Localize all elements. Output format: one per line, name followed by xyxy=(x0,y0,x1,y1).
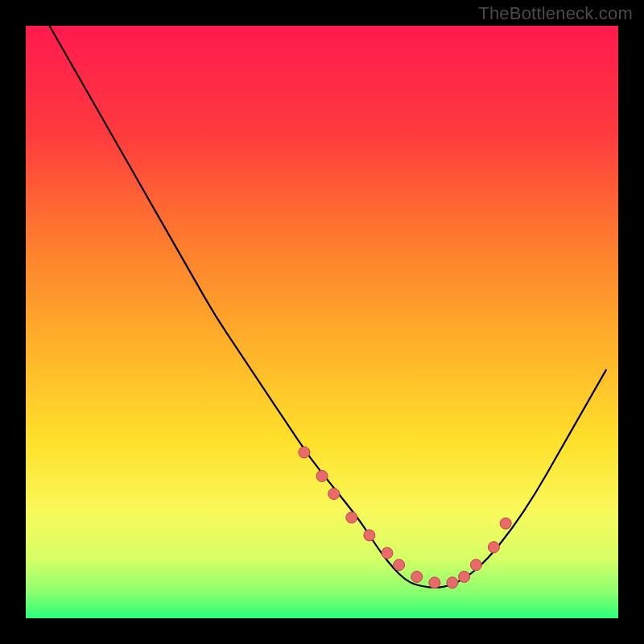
chart-frame: TheBottleneck.com xyxy=(0,0,644,644)
valley-dot xyxy=(394,559,405,571)
valley-dot xyxy=(488,542,499,553)
valley-dot xyxy=(382,547,393,559)
valley-dot xyxy=(346,512,357,523)
valley-dot xyxy=(364,530,375,541)
valley-dot xyxy=(299,447,310,458)
valley-dot xyxy=(411,571,423,582)
plot-area xyxy=(26,26,618,618)
valley-dot xyxy=(470,559,481,571)
gradient-background xyxy=(26,26,618,618)
chart-svg xyxy=(26,26,618,618)
valley-dot xyxy=(447,577,458,588)
valley-dot xyxy=(328,488,340,499)
valley-dot xyxy=(459,571,470,582)
valley-dot xyxy=(316,470,328,481)
valley-dot xyxy=(500,518,511,529)
watermark-text: TheBottleneck.com xyxy=(478,3,633,24)
valley-dot xyxy=(429,577,440,588)
